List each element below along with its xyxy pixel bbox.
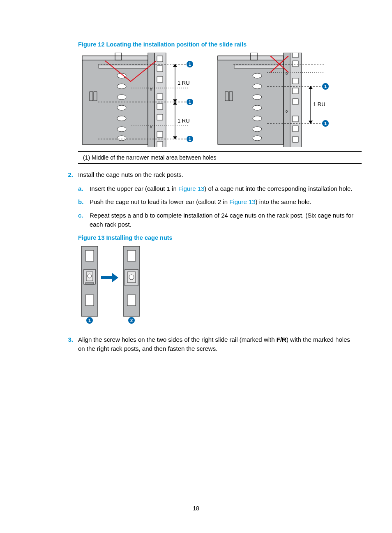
svg-rect-18 bbox=[157, 104, 163, 109]
svg-rect-54 bbox=[293, 88, 298, 94]
svg-point-7 bbox=[117, 116, 126, 121]
svg-rect-17 bbox=[157, 94, 163, 100]
svg-rect-14 bbox=[157, 56, 163, 62]
page-number: 18 bbox=[193, 505, 199, 512]
svg-text:2: 2 bbox=[130, 318, 133, 323]
figure13-link[interactable]: Figure 13 bbox=[229, 198, 255, 205]
svg-point-5 bbox=[117, 95, 126, 100]
svg-rect-19 bbox=[157, 114, 163, 120]
svg-rect-55 bbox=[293, 99, 298, 104]
svg-point-77 bbox=[88, 274, 92, 278]
svg-point-4 bbox=[117, 84, 126, 89]
svg-rect-51 bbox=[293, 53, 298, 58]
svg-rect-79 bbox=[101, 276, 112, 279]
svg-point-85 bbox=[129, 275, 134, 280]
step-3-number: 3. bbox=[62, 335, 73, 344]
svg-rect-56 bbox=[293, 116, 298, 122]
svg-rect-52 bbox=[293, 61, 298, 67]
svg-point-42 bbox=[253, 95, 262, 100]
step-2b: b. Push the cage nut to lead its lower e… bbox=[78, 197, 355, 207]
svg-rect-81 bbox=[127, 250, 136, 261]
step-3-bold: F/R bbox=[277, 336, 286, 343]
step-2-number: 2. bbox=[62, 170, 73, 179]
ru-label: 1 RU bbox=[313, 101, 325, 107]
svg-point-43 bbox=[253, 105, 262, 110]
svg-point-41 bbox=[253, 84, 262, 89]
svg-text:1: 1 bbox=[324, 121, 327, 126]
svg-rect-78 bbox=[85, 283, 94, 284]
svg-rect-2 bbox=[99, 65, 148, 68]
ru-label: 1 RU bbox=[178, 80, 190, 86]
svg-point-40 bbox=[253, 73, 262, 78]
svg-text:1: 1 bbox=[324, 84, 327, 89]
step-2a-letter: a. bbox=[78, 184, 83, 194]
svg-rect-82 bbox=[127, 295, 136, 306]
step-2b-letter: b. bbox=[78, 197, 83, 207]
step-2c-text: Repeat steps a and b to complete install… bbox=[90, 212, 353, 228]
svg-point-6 bbox=[117, 105, 126, 110]
svg-point-9 bbox=[117, 136, 126, 141]
figure13-caption: Figure 13 Installing the cage nuts bbox=[78, 234, 355, 242]
step-2b-post: ) into the same hole. bbox=[256, 198, 311, 205]
svg-point-8 bbox=[117, 127, 126, 132]
svg-point-44 bbox=[253, 116, 262, 121]
svg-rect-73 bbox=[85, 250, 94, 261]
figure12-legend: (1) Middle of the narrower metal area be… bbox=[78, 151, 362, 164]
step-2a-post: ) of a cage nut into the corresponding i… bbox=[204, 185, 352, 192]
figure12-diagram: 0 0 bbox=[82, 53, 355, 147]
svg-text:0: 0 bbox=[286, 109, 288, 114]
step-3: 3. Align the screw holes on the two side… bbox=[62, 335, 355, 353]
step-2: 2. Install the cage nuts on the rack pos… bbox=[62, 170, 355, 324]
svg-rect-49 bbox=[284, 53, 290, 147]
svg-text:1: 1 bbox=[189, 62, 191, 67]
figure13-diagram: 1 2 bbox=[78, 246, 355, 324]
svg-rect-15 bbox=[157, 66, 163, 72]
figure13-link[interactable]: Figure 13 bbox=[178, 185, 204, 192]
svg-rect-21 bbox=[157, 141, 163, 147]
svg-rect-58 bbox=[293, 137, 298, 142]
svg-rect-20 bbox=[157, 132, 163, 137]
svg-rect-57 bbox=[293, 126, 298, 132]
figure12-caption: Figure 12 Locating the installation posi… bbox=[78, 41, 355, 48]
step-3-pre: Align the screw holes on the two sides o… bbox=[78, 336, 277, 343]
ru-label: 1 RU bbox=[178, 118, 190, 124]
svg-rect-16 bbox=[157, 76, 163, 82]
svg-rect-74 bbox=[85, 295, 94, 306]
step-2b-pre: Push the cage nut to lead its lower ear … bbox=[90, 198, 229, 205]
svg-text:1: 1 bbox=[189, 100, 191, 104]
svg-rect-53 bbox=[293, 78, 298, 84]
step-2c: c. Repeat steps a and b to complete inst… bbox=[78, 211, 355, 229]
svg-point-46 bbox=[253, 136, 262, 141]
step-2-text: Install the cage nuts on the rack posts. bbox=[78, 171, 183, 178]
step-2a: a. Insert the upper ear (callout 1 in Fi… bbox=[78, 184, 355, 194]
svg-text:1: 1 bbox=[88, 318, 91, 323]
svg-text:1: 1 bbox=[189, 137, 191, 141]
step-2c-letter: c. bbox=[78, 211, 83, 220]
step-2a-pre: Insert the upper ear (callout 1 in bbox=[90, 185, 178, 192]
svg-point-45 bbox=[253, 127, 262, 132]
